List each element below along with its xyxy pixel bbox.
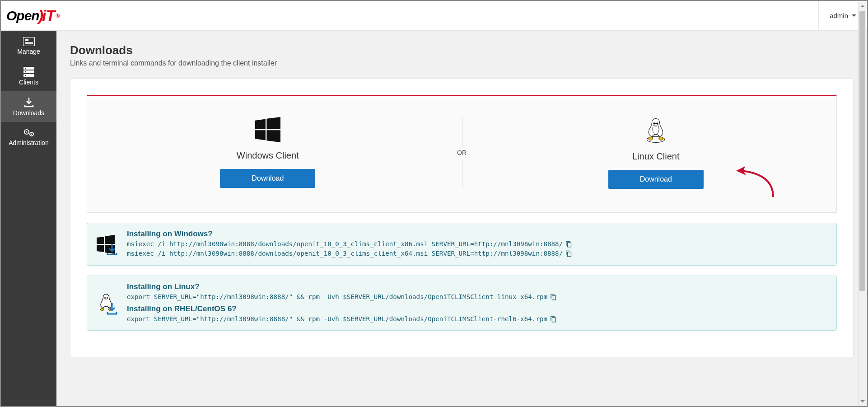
or-label: OR [457,146,467,159]
install-rhel-cmd-row: export SERVER_URL="http://mnl3098win:888… [127,314,827,324]
svg-point-11 [26,131,27,133]
page-subtitle: Links and terminal commands for download… [70,59,854,67]
logo[interactable]: Open ) iT ® [6,7,59,24]
download-icon [24,98,34,108]
svg-point-15 [653,123,659,134]
install-linux-cmd-row: export SERVER_URL="http://mnl3098win:888… [127,292,827,302]
svg-point-18 [104,297,106,299]
or-separator: OR [448,116,476,189]
svg-rect-2 [25,42,33,43]
copy-icon[interactable] [565,250,572,257]
sidebar-item-label: Downloads [13,109,44,117]
server-icon [23,67,34,77]
svg-rect-1 [25,39,28,41]
svg-point-13 [31,134,32,135]
svg-rect-0 [23,37,35,46]
page-title: Downloads [70,43,854,57]
linux-icon [643,116,668,143]
svg-point-9 [24,75,25,76]
windows-label: Windows Client [237,150,299,161]
logo-registered: ® [56,13,59,19]
install-windows-cmd1: msiexec /i http://mnl3098win:8888/downlo… [127,239,563,249]
sidebar: Manage Clients Downloads Administration [1,31,56,406]
copy-icon[interactable] [550,294,557,300]
install-windows-cmd1-row: msiexec /i http://mnl3098win:8888/downlo… [127,239,827,249]
svg-point-8 [24,71,25,72]
install-windows-panel: Installing on Windows? msiexec /i http:/… [87,223,837,266]
gears-icon [23,128,35,137]
svg-point-16 [653,122,655,124]
main-content: Downloads Links and terminal commands fo… [56,31,867,406]
install-linux-cmd: export SERVER_URL="http://mnl3098win:888… [127,292,547,302]
sidebar-item-label: Clients [19,79,38,86]
logo-it: iT [42,7,55,24]
header: Open ) iT ® admin [1,1,867,31]
sidebar-item-clients[interactable]: Clients [1,61,56,91]
svg-point-17 [656,122,658,124]
svg-rect-3 [25,43,33,44]
sidebar-item-downloads[interactable]: Downloads [1,91,56,122]
install-windows-cmd2: msiexec /i http://mnl3098win:8888/downlo… [127,249,563,258]
windows-column: Windows Client Download [87,116,448,189]
sidebar-item-label: Administration [9,139,49,146]
copy-icon[interactable] [565,241,572,248]
windows-download-icon [96,231,119,259]
linux-label: Linux Client [632,151,680,162]
scroll-down-icon[interactable] [859,397,866,405]
annotation-arrow-icon [733,165,778,201]
svg-point-7 [24,68,25,69]
scroll-up-icon[interactable] [859,2,866,10]
windows-icon [255,117,280,142]
install-linux-panel: Installing on Linux? export SERVER_URL="… [87,276,837,331]
install-rhel-title: Installing on RHEL/CentOS 6? [127,304,827,313]
install-windows-title: Installing on Windows? [127,229,827,239]
sidebar-item-manage[interactable]: Manage [1,31,56,61]
install-rhel-cmd: export SERVER_URL="http://mnl3098win:888… [127,314,547,324]
download-windows-button[interactable]: Download [220,169,315,188]
sidebar-item-label: Manage [17,48,40,55]
download-box: Windows Client Download OR Linux Client … [87,95,837,213]
user-label: admin [830,12,848,19]
sidebar-item-administration[interactable]: Administration [1,122,56,152]
scrollbar-thumb[interactable] [859,11,865,291]
content-card: Windows Client Download OR Linux Client … [70,78,854,357]
install-linux-title: Installing on Linux? [127,282,827,291]
card-icon [23,37,35,46]
install-windows-cmd2-row: msiexec /i http://mnl3098win:8888/downlo… [127,249,827,258]
vertical-scrollbar[interactable] [858,2,866,405]
download-linux-button[interactable]: Download [608,170,704,189]
linux-column: Linux Client Download [476,116,837,189]
linux-download-icon [96,284,119,324]
caret-down-icon [852,14,856,17]
svg-point-19 [107,297,108,299]
logo-open: Open [6,8,39,23]
copy-icon[interactable] [550,316,557,323]
